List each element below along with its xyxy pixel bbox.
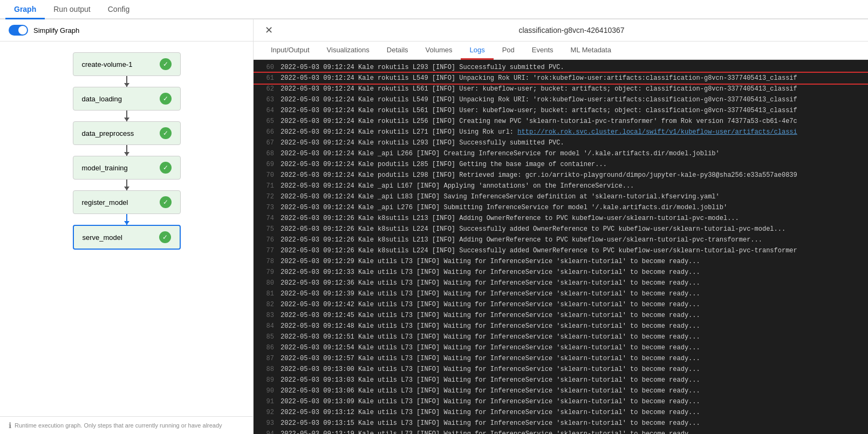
tab-details[interactable]: Details (378, 42, 417, 60)
log-line: 862022-05-03 09:12:54 Kale utils L73 [IN… (254, 342, 868, 353)
log-line-content: 2022-05-03 09:12:57 Kale utils L73 [INFO… (281, 354, 864, 363)
tab-pod[interactable]: Pod (494, 42, 523, 60)
log-line-number: 93 (258, 418, 274, 428)
log-line-content: 2022-05-03 09:12:48 Kale utils L73 [INFO… (281, 321, 864, 331)
log-line: 772022-05-03 09:12:26 Kale k8sutils L224… (254, 245, 868, 256)
log-line-content: 2022-05-03 09:12:26 Kale k8sutils L213 [… (281, 235, 864, 245)
graph-node-data-loading[interactable]: data_loading ✓ (73, 87, 181, 111)
log-line: 912022-05-03 09:13:09 Kale utils L73 [IN… (254, 396, 868, 407)
graph-node-model-training[interactable]: model_training ✓ (73, 156, 181, 180)
tab-logs[interactable]: Logs (461, 42, 493, 60)
log-line: 632022-05-03 09:12:24 Kale rokutils L549… (254, 94, 868, 105)
log-line: 752022-05-03 09:12:26 Kale k8sutils L224… (254, 224, 868, 235)
log-line-content: 2022-05-03 09:12:29 Kale utils L73 [INFO… (281, 257, 864, 266)
log-line-content: 2022-05-03 09:12:24 Kale podutils L298 [… (281, 170, 864, 180)
tab-volumes[interactable]: Volumes (417, 42, 461, 60)
log-line-number: 90 (258, 386, 274, 396)
log-line: 832022-05-03 09:12:45 Kale utils L73 [IN… (254, 310, 868, 321)
log-line: 922022-05-03 09:13:12 Kale utils L73 [IN… (254, 407, 868, 418)
tab-input-output[interactable]: Input/Output (262, 42, 318, 60)
graph-node-register-model[interactable]: register_model ✓ (73, 190, 181, 214)
tab-ml-metadata[interactable]: ML Metadata (562, 42, 620, 60)
graph-footer: ℹ Runtime execution graph. Only steps th… (0, 416, 253, 434)
log-line-number: 61 (258, 73, 274, 83)
log-line: 872022-05-03 09:12:57 Kale utils L73 [IN… (254, 353, 868, 364)
log-line-number: 92 (258, 408, 274, 417)
tab-graph[interactable]: Graph (5, 1, 45, 19)
log-line: 682022-05-03 09:12:24 Kale _api L266 [IN… (254, 148, 868, 159)
log-line: 812022-05-03 09:12:39 Kale utils L73 [IN… (254, 288, 868, 299)
log-line: 662022-05-03 09:12:24 Kale rokutils L271… (254, 127, 868, 137)
success-icon: ✓ (160, 58, 172, 70)
log-line-number: 77 (258, 246, 274, 256)
log-line-number: 75 (258, 224, 274, 234)
log-line-number: 78 (258, 257, 274, 266)
log-line-number: 66 (258, 127, 274, 137)
log-line-content: 2022-05-03 09:12:24 Kale _api L266 [INFO… (281, 149, 864, 159)
success-icon: ✓ (160, 162, 172, 174)
dialog-tabs: Input/Output Visualizations Details Volu… (254, 42, 868, 60)
log-line-content: 2022-05-03 09:12:33 Kale utils L73 [INFO… (281, 267, 864, 277)
simplify-label: Simplify Graph (33, 26, 79, 35)
log-line-content: 2022-05-03 09:12:39 Kale utils L73 [INFO… (281, 289, 864, 299)
log-line-number: 84 (258, 321, 274, 331)
log-line-content: 2022-05-03 09:12:24 Kale rokutils L549 [… (281, 73, 864, 83)
log-line-content: 2022-05-03 09:12:42 Kale utils L73 [INFO… (281, 300, 864, 309)
log-line-number: 70 (258, 170, 274, 180)
node-label: serve_model (83, 233, 122, 242)
log-line-content: 2022-05-03 09:12:24 Kale _api L183 [INFO… (281, 192, 864, 202)
log-line-number: 67 (258, 138, 274, 148)
top-tabs: Graph Run output Config (0, 0, 868, 19)
log-line-content: 2022-05-03 09:12:24 Kale rokutils L561 [… (281, 106, 864, 115)
close-button[interactable]: ✕ (262, 24, 275, 37)
log-line-number: 60 (258, 63, 274, 72)
log-line-number: 74 (258, 213, 274, 223)
log-line: 602022-05-03 09:12:24 Kale rokutils L293… (254, 62, 868, 73)
arrow-4 (126, 180, 127, 190)
log-area[interactable]: 602022-05-03 09:12:24 Kale rokutils L293… (254, 60, 868, 434)
log-line-number: 64 (258, 106, 274, 115)
log-line-content: 2022-05-03 09:12:24 Kale rokutils L549 [… (281, 95, 864, 105)
log-line-content: 2022-05-03 09:12:24 Kale _api L276 [INFO… (281, 203, 864, 212)
arrow-3 (126, 145, 127, 156)
tab-config[interactable]: Config (99, 1, 138, 19)
arrow-5-blue (126, 214, 127, 225)
graph-node-data-preprocess[interactable]: data_preprocess ✓ (73, 121, 181, 145)
log-line-number: 73 (258, 203, 274, 212)
success-icon: ✓ (160, 196, 172, 208)
log-line-number: 72 (258, 192, 274, 202)
graph-node-serve-model[interactable]: serve_model ✓ (73, 225, 181, 250)
left-panel: Simplify Graph create-volume-1 ✓ data_lo… (0, 19, 254, 434)
log-line-content: 2022-05-03 09:12:36 Kale utils L73 [INFO… (281, 278, 864, 288)
log-line-content: 2022-05-03 09:13:00 Kale utils L73 [INFO… (281, 364, 864, 374)
log-line-content: 2022-05-03 09:13:19 Kale utils L73 [INFO… (281, 429, 864, 434)
log-line-content: 2022-05-03 09:12:45 Kale utils L73 [INFO… (281, 311, 864, 320)
log-line-content: 2022-05-03 09:12:24 Kale rokutils L293 [… (281, 63, 864, 72)
tab-events[interactable]: Events (523, 42, 562, 60)
success-icon: ✓ (159, 231, 171, 243)
log-line: 932022-05-03 09:13:15 Kale utils L73 [IN… (254, 418, 868, 429)
simplify-toggle[interactable] (9, 25, 28, 36)
log-line-number: 68 (258, 149, 274, 159)
log-line-content: 2022-05-03 09:12:24 Kale rokutils L271 [… (281, 127, 864, 137)
tab-run-output[interactable]: Run output (45, 1, 99, 19)
log-line-number: 86 (258, 343, 274, 353)
log-line-number: 65 (258, 116, 274, 126)
log-line: 792022-05-03 09:12:33 Kale utils L73 [IN… (254, 267, 868, 278)
node-label: register_model (82, 198, 128, 206)
log-line-number: 76 (258, 235, 274, 245)
log-line: 942022-05-03 09:13:19 Kale utils L73 [IN… (254, 429, 868, 434)
log-line: 822022-05-03 09:12:42 Kale utils L73 [IN… (254, 299, 868, 310)
main-layout: Simplify Graph create-volume-1 ✓ data_lo… (0, 19, 868, 434)
dialog-title: classification-g8vcn-426410367 (284, 26, 859, 35)
log-line-number: 88 (258, 364, 274, 374)
log-line-number: 79 (258, 267, 274, 277)
log-line: 702022-05-03 09:12:24 Kale podutils L298… (254, 170, 868, 181)
log-line-number: 85 (258, 332, 274, 342)
footer-text: Runtime execution graph. Only steps that… (15, 422, 222, 429)
log-line-content: 2022-05-03 09:12:24 Kale podutils L285 [… (281, 160, 864, 169)
graph-node-create-volume-1[interactable]: create-volume-1 ✓ (73, 52, 181, 76)
tab-visualizations[interactable]: Visualizations (318, 42, 378, 60)
node-label: data_preprocess (82, 129, 134, 137)
log-line-content: 2022-05-03 09:12:26 Kale k8sutils L224 [… (281, 246, 864, 256)
